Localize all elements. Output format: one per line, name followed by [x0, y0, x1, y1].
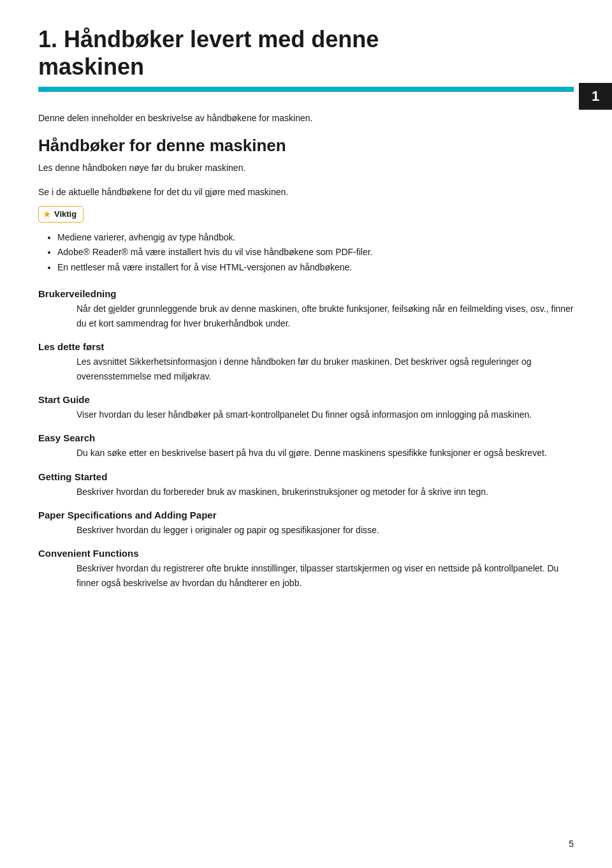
- section-sub-intro: Se i de aktuelle håndbøkene for det du v…: [38, 185, 574, 199]
- section-intro: Les denne håndboken nøye før du bruker m…: [38, 161, 574, 175]
- subsection-title-4: Getting Started: [38, 471, 574, 482]
- subsection-title-0: Brukerveiledning: [38, 288, 574, 299]
- subsection-body-0: Når det gjelder grunnleggende bruk av de…: [76, 302, 574, 331]
- page-number-box: 1: [579, 83, 612, 110]
- subsection-block-6: Convenient FunctionsBeskriver hvordan du…: [38, 548, 574, 591]
- chapter-title-line2: maskinen: [38, 54, 144, 80]
- subsection-block-2: Start GuideViser hvordan du leser håndbø…: [38, 394, 574, 422]
- viktig-star-icon: ★: [43, 209, 51, 220]
- bullet-item-2: Adobe® Reader® må være installert hvis d…: [57, 245, 574, 260]
- subsection-body-3: Du kan søke etter en beskrivelse basert …: [76, 446, 574, 460]
- subsection-block-1: Les dette førstLes avsnittet Sikkerhetsi…: [38, 341, 574, 384]
- subsection-body-4: Beskriver hvordan du forbereder bruk av …: [76, 485, 574, 499]
- chapter-title-line1: 1. Håndbøker levert med denne: [38, 26, 379, 52]
- subsection-block-5: Paper Specifications and Adding PaperBes…: [38, 510, 574, 538]
- subsection-block-0: BrukerveiledningNår det gjelder grunnleg…: [38, 288, 574, 331]
- subsection-body-1: Les avsnittet Sikkerhetsinformasjon i de…: [76, 355, 574, 384]
- subsection-title-2: Start Guide: [38, 394, 574, 405]
- subsection-title-1: Les dette først: [38, 341, 574, 352]
- viktig-bullet-list: Mediene varierer, avhengig av type håndb…: [57, 230, 574, 276]
- page-number: 1: [592, 88, 599, 105]
- bullet-item-3: En nettleser må være installert for å vi…: [57, 260, 574, 276]
- section-heading: Håndbøker for denne maskinen: [38, 136, 574, 156]
- chapter-title: 1. Håndbøker levert med denne maskinen: [38, 26, 574, 80]
- subsections-container: BrukerveiledningNår det gjelder grunnleg…: [38, 288, 574, 591]
- page-container: 1. Håndbøker levert med denne maskinen 1…: [0, 0, 612, 868]
- subsection-title-6: Convenient Functions: [38, 548, 574, 559]
- viktig-box: ★ Viktig: [38, 206, 84, 223]
- subsection-block-4: Getting StartedBeskriver hvordan du forb…: [38, 471, 574, 499]
- footer-page-number: 5: [569, 839, 574, 849]
- subsection-block-3: Easy SearchDu kan søke etter en beskrive…: [38, 432, 574, 460]
- subsection-title-5: Paper Specifications and Adding Paper: [38, 510, 574, 520]
- subsection-body-5: Beskriver hvordan du legger i originaler…: [76, 523, 574, 538]
- subsection-body-6: Beskriver hvordan du registrerer ofte br…: [76, 561, 574, 591]
- chapter-intro-text: Denne delen inneholder en beskrivelse av…: [38, 111, 574, 125]
- subsection-body-2: Viser hvordan du leser håndbøker på smar…: [76, 408, 574, 422]
- viktig-label: Viktig: [54, 209, 76, 219]
- bullet-item-1: Mediene varierer, avhengig av type håndb…: [57, 230, 574, 246]
- subsection-title-3: Easy Search: [38, 432, 574, 443]
- cyan-divider-bar: [38, 87, 574, 92]
